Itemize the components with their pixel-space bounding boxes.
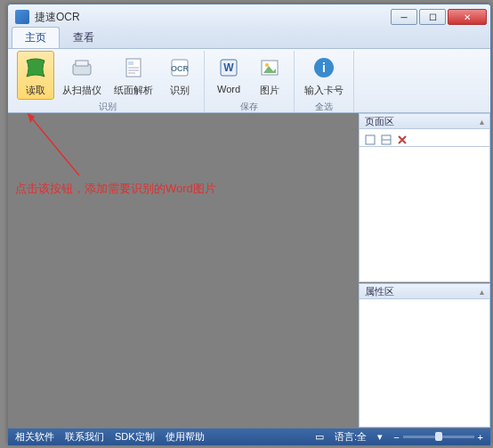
ribbon-tabs: 主页 查看 — [8, 29, 490, 49]
statusbar: 相关软件 联系我们 SDK定制 使用帮助 ▭ 语言:全 ▾ − + — [8, 428, 490, 445]
property-area-title: 属性区 — [365, 285, 394, 298]
main-canvas[interactable]: 点击该按钮，添加需要识别的Word图片 — [8, 113, 359, 428]
status-contact[interactable]: 联系我们 — [65, 430, 104, 444]
group-recognize-label: 识别 — [99, 100, 117, 114]
card-label: 输入卡号 — [304, 84, 343, 97]
property-area-pane: 属性区 ▴ — [359, 283, 490, 428]
titlebar[interactable]: 捷速OCR ─ ☐ ✕ — [8, 4, 490, 29]
annotation-text: 点击该按钮，添加需要识别的Word图片 — [15, 181, 216, 197]
svg-rect-3 — [128, 61, 133, 65]
app-window: 捷速OCR ─ ☐ ✕ 主页 查看 读取 — [7, 4, 491, 444]
recognize-label: 识别 — [170, 84, 190, 97]
property-area-body[interactable] — [359, 299, 490, 428]
maximize-button[interactable]: ☐ — [419, 9, 446, 25]
svg-rect-1 — [76, 61, 88, 66]
window-controls: ─ ☐ ✕ — [389, 9, 487, 25]
read-button[interactable]: 读取 — [17, 51, 54, 100]
status-sdk[interactable]: SDK定制 — [115, 430, 155, 444]
ribbon: 读取 从扫描仪 纸面解析 OCR — [8, 49, 490, 113]
list-view-icon[interactable] — [381, 133, 392, 143]
scanner-button[interactable]: 从扫描仪 — [58, 51, 106, 100]
view-mode-icon[interactable]: ▭ — [315, 431, 324, 443]
pane-collapse-icon[interactable]: ▴ — [480, 117, 484, 126]
thumbnail-view-icon[interactable] — [365, 133, 376, 143]
tab-view[interactable]: 查看 — [60, 27, 108, 48]
page-area-body[interactable] — [359, 147, 490, 282]
read-icon — [21, 53, 50, 82]
card-button[interactable]: i 输入卡号 — [300, 51, 348, 100]
recognize-button[interactable]: OCR 识别 — [161, 51, 198, 100]
svg-marker-17 — [28, 113, 35, 123]
app-icon — [15, 10, 29, 24]
svg-line-16 — [28, 113, 79, 175]
ocr-icon: OCR — [166, 53, 194, 82]
zoom-in-button[interactable]: + — [478, 432, 483, 443]
ribbon-group-recognize: 读取 从扫描仪 纸面解析 OCR — [12, 51, 205, 112]
zoom-thumb[interactable] — [435, 432, 442, 441]
group-save-label: 保存 — [240, 100, 258, 114]
scanner-icon — [68, 53, 96, 82]
close-button[interactable]: ✕ — [448, 9, 487, 25]
svg-text:OCR: OCR — [171, 64, 190, 73]
parse-label: 纸面解析 — [114, 84, 153, 97]
read-label: 读取 — [26, 84, 45, 97]
word-label: Word — [217, 84, 240, 94]
info-icon: i — [310, 53, 338, 82]
page-area-toolbar — [359, 129, 490, 147]
page-area-pane: 页面区 ▴ — [359, 113, 490, 282]
svg-text:W: W — [223, 61, 234, 74]
right-panel: 页面区 ▴ 属性区 ▴ — [359, 113, 490, 428]
parse-button[interactable]: 纸面解析 — [109, 51, 158, 100]
status-help[interactable]: 使用帮助 — [166, 430, 205, 444]
parse-icon — [119, 53, 148, 82]
status-language[interactable]: 语言:全 — [335, 430, 367, 444]
zoom-out-button[interactable]: − — [393, 432, 399, 443]
group-select-label: 全选 — [315, 100, 333, 114]
minimize-button[interactable]: ─ — [391, 9, 417, 25]
page-area-title: 页面区 — [365, 115, 394, 128]
image-button[interactable]: 图片 — [251, 51, 288, 100]
svg-rect-18 — [366, 135, 375, 144]
svg-point-13 — [265, 63, 269, 67]
status-about[interactable]: 相关软件 — [15, 430, 54, 444]
zoom-control: − + — [393, 432, 483, 443]
image-label: 图片 — [260, 84, 279, 97]
zoom-slider[interactable] — [403, 436, 474, 438]
delete-page-icon[interactable] — [397, 133, 408, 143]
image-icon — [255, 53, 284, 82]
window-title: 捷速OCR — [35, 10, 389, 25]
content-area: 点击该按钮，添加需要识别的Word图片 页面区 ▴ 属性区 ▴ — [8, 113, 490, 428]
ribbon-group-save: W Word 图片 保存 — [205, 51, 295, 112]
property-area-header[interactable]: 属性区 ▴ — [359, 283, 490, 299]
svg-text:i: i — [322, 61, 326, 75]
page-area-header[interactable]: 页面区 ▴ — [359, 113, 490, 129]
lang-dropdown-icon[interactable]: ▾ — [377, 431, 383, 443]
ribbon-group-select: i 输入卡号 全选 — [295, 51, 354, 112]
pane-collapse-icon[interactable]: ▴ — [480, 287, 484, 297]
scanner-label: 从扫描仪 — [62, 84, 101, 97]
tab-home[interactable]: 主页 — [12, 27, 60, 48]
word-button[interactable]: W Word — [210, 51, 247, 97]
word-icon: W — [214, 53, 243, 82]
